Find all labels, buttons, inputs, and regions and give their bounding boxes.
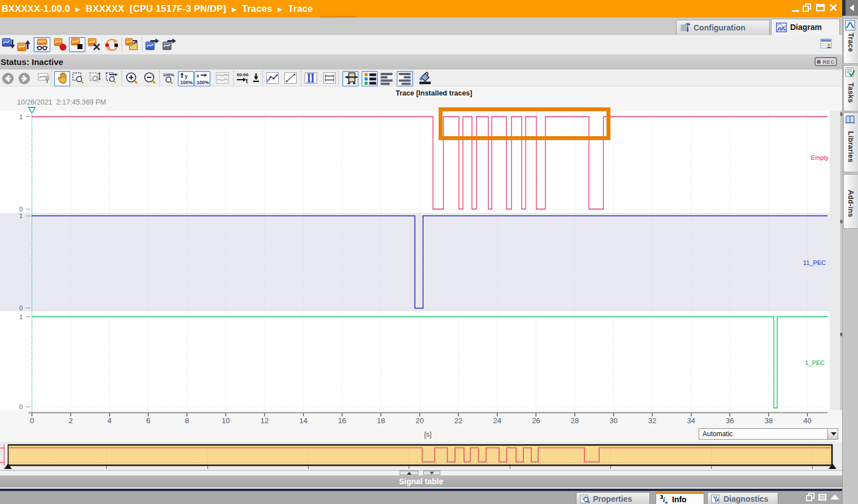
svg-text:t: t — [246, 78, 248, 84]
svg-text:4: 4 — [107, 416, 111, 425]
svg-text:11_PEC: 11_PEC — [803, 259, 826, 266]
svg-text:1: 1 — [19, 114, 23, 120]
svg-text:0: 0 — [30, 416, 34, 425]
svg-text:Empty: Empty — [811, 154, 829, 161]
svg-text:1: 1 — [19, 314, 23, 320]
svg-text:Trace [Installed traces]: Trace [Installed traces] — [396, 89, 472, 97]
svg-text:100%: 100% — [180, 80, 193, 85]
svg-text:[s]: [s] — [424, 431, 431, 438]
svg-text:16: 16 — [338, 416, 346, 425]
svg-text:14: 14 — [299, 416, 307, 425]
svg-text:36: 36 — [726, 416, 734, 425]
svg-text:i: i — [663, 496, 665, 504]
svg-text:24: 24 — [493, 416, 501, 425]
svg-text:20: 20 — [415, 416, 423, 425]
svg-text:2: 2 — [68, 416, 72, 425]
svg-text:6: 6 — [146, 416, 150, 425]
svg-text:28: 28 — [571, 416, 579, 425]
svg-text:00:00: 00:00 — [237, 72, 249, 77]
svg-text:10/26/2021 2:17:45.369 PM: 10/26/2021 2:17:45.369 PM — [17, 98, 106, 106]
svg-text:38: 38 — [765, 416, 773, 425]
svg-text:32: 32 — [648, 416, 656, 425]
svg-text:0: 0 — [19, 403, 23, 410]
svg-text:x: x — [197, 73, 200, 79]
svg-text:0: 0 — [19, 305, 23, 311]
svg-text:1: 1 — [19, 212, 23, 219]
svg-text:40: 40 — [803, 416, 811, 425]
svg-text:100%: 100% — [197, 80, 209, 85]
svg-text:100%: 100% — [163, 72, 174, 77]
svg-text:12: 12 — [261, 416, 268, 425]
svg-text:y: y — [185, 73, 188, 79]
svg-text:18: 18 — [377, 416, 385, 425]
svg-text:1_PEC: 1_PEC — [805, 359, 825, 366]
svg-text:34: 34 — [687, 416, 695, 425]
svg-text:22: 22 — [454, 416, 462, 425]
svg-text:10: 10 — [222, 416, 229, 425]
svg-text:30: 30 — [609, 416, 617, 425]
svg-text:0: 0 — [19, 206, 23, 212]
svg-text:26: 26 — [532, 416, 540, 425]
svg-text:8: 8 — [185, 416, 189, 425]
